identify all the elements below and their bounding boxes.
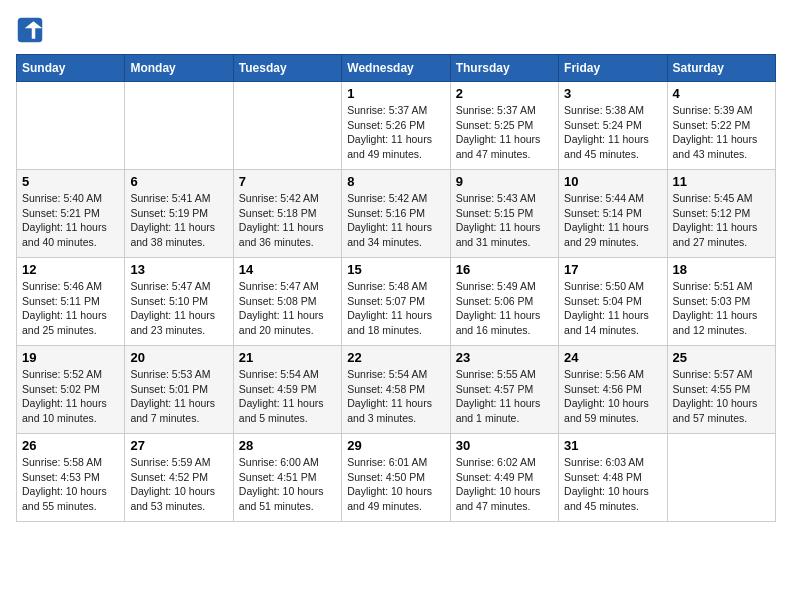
weekday-header: Monday <box>125 55 233 82</box>
calendar-cell: 25Sunrise: 5:57 AMSunset: 4:55 PMDayligh… <box>667 346 775 434</box>
cell-info: Sunrise: 6:01 AM <box>347 455 444 470</box>
cell-info: Sunset: 5:14 PM <box>564 206 661 221</box>
cell-info: Daylight: 10 hours and 57 minutes. <box>673 396 770 425</box>
calendar-row: 26Sunrise: 5:58 AMSunset: 4:53 PMDayligh… <box>17 434 776 522</box>
weekday-header: Wednesday <box>342 55 450 82</box>
cell-info: Daylight: 11 hours and 3 minutes. <box>347 396 444 425</box>
day-number: 1 <box>347 86 444 101</box>
cell-info: Daylight: 11 hours and 34 minutes. <box>347 220 444 249</box>
logo <box>16 16 48 44</box>
cell-info: Sunset: 4:51 PM <box>239 470 336 485</box>
weekday-header: Thursday <box>450 55 558 82</box>
cell-info: Daylight: 11 hours and 14 minutes. <box>564 308 661 337</box>
cell-info: Daylight: 11 hours and 49 minutes. <box>347 132 444 161</box>
cell-info: Sunset: 5:03 PM <box>673 294 770 309</box>
calendar-cell: 9Sunrise: 5:43 AMSunset: 5:15 PMDaylight… <box>450 170 558 258</box>
cell-info: Daylight: 11 hours and 36 minutes. <box>239 220 336 249</box>
day-number: 10 <box>564 174 661 189</box>
cell-info: Sunrise: 6:03 AM <box>564 455 661 470</box>
logo-icon <box>16 16 44 44</box>
cell-info: Sunrise: 5:47 AM <box>130 279 227 294</box>
day-number: 6 <box>130 174 227 189</box>
day-number: 27 <box>130 438 227 453</box>
calendar-cell: 15Sunrise: 5:48 AMSunset: 5:07 PMDayligh… <box>342 258 450 346</box>
cell-info: Daylight: 11 hours and 10 minutes. <box>22 396 119 425</box>
calendar-cell: 5Sunrise: 5:40 AMSunset: 5:21 PMDaylight… <box>17 170 125 258</box>
cell-info: Daylight: 10 hours and 45 minutes. <box>564 484 661 513</box>
day-number: 2 <box>456 86 553 101</box>
calendar-cell: 14Sunrise: 5:47 AMSunset: 5:08 PMDayligh… <box>233 258 341 346</box>
cell-info: Sunset: 5:26 PM <box>347 118 444 133</box>
cell-info: Sunrise: 5:37 AM <box>347 103 444 118</box>
day-number: 12 <box>22 262 119 277</box>
cell-info: Sunrise: 5:51 AM <box>673 279 770 294</box>
cell-info: Sunrise: 5:59 AM <box>130 455 227 470</box>
cell-info: Sunset: 5:19 PM <box>130 206 227 221</box>
day-number: 8 <box>347 174 444 189</box>
cell-info: Sunset: 5:04 PM <box>564 294 661 309</box>
cell-info: Sunrise: 5:42 AM <box>347 191 444 206</box>
cell-info: Daylight: 10 hours and 47 minutes. <box>456 484 553 513</box>
cell-info: Sunset: 5:11 PM <box>22 294 119 309</box>
cell-info: Sunrise: 6:02 AM <box>456 455 553 470</box>
calendar-cell: 16Sunrise: 5:49 AMSunset: 5:06 PMDayligh… <box>450 258 558 346</box>
cell-info: Daylight: 11 hours and 12 minutes. <box>673 308 770 337</box>
cell-info: Daylight: 11 hours and 43 minutes. <box>673 132 770 161</box>
cell-info: Sunset: 5:02 PM <box>22 382 119 397</box>
cell-info: Sunrise: 5:45 AM <box>673 191 770 206</box>
cell-info: Sunrise: 5:44 AM <box>564 191 661 206</box>
cell-info: Daylight: 11 hours and 27 minutes. <box>673 220 770 249</box>
day-number: 13 <box>130 262 227 277</box>
day-number: 30 <box>456 438 553 453</box>
cell-info: Daylight: 11 hours and 5 minutes. <box>239 396 336 425</box>
cell-info: Daylight: 10 hours and 59 minutes. <box>564 396 661 425</box>
calendar-cell: 12Sunrise: 5:46 AMSunset: 5:11 PMDayligh… <box>17 258 125 346</box>
cell-info: Sunset: 4:50 PM <box>347 470 444 485</box>
cell-info: Daylight: 11 hours and 7 minutes. <box>130 396 227 425</box>
cell-info: Sunrise: 5:53 AM <box>130 367 227 382</box>
calendar-table: SundayMondayTuesdayWednesdayThursdayFrid… <box>16 54 776 522</box>
cell-info: Sunrise: 5:55 AM <box>456 367 553 382</box>
cell-info: Sunset: 4:56 PM <box>564 382 661 397</box>
day-number: 23 <box>456 350 553 365</box>
svg-rect-0 <box>18 18 43 43</box>
cell-info: Sunrise: 5:57 AM <box>673 367 770 382</box>
calendar-cell: 30Sunrise: 6:02 AMSunset: 4:49 PMDayligh… <box>450 434 558 522</box>
cell-info: Sunset: 5:12 PM <box>673 206 770 221</box>
calendar-cell: 26Sunrise: 5:58 AMSunset: 4:53 PMDayligh… <box>17 434 125 522</box>
cell-info: Sunset: 5:06 PM <box>456 294 553 309</box>
cell-info: Sunset: 5:01 PM <box>130 382 227 397</box>
cell-info: Sunset: 5:08 PM <box>239 294 336 309</box>
cell-info: Sunrise: 5:48 AM <box>347 279 444 294</box>
cell-info: Sunrise: 5:56 AM <box>564 367 661 382</box>
calendar-cell: 29Sunrise: 6:01 AMSunset: 4:50 PMDayligh… <box>342 434 450 522</box>
cell-info: Sunset: 4:48 PM <box>564 470 661 485</box>
cell-info: Daylight: 11 hours and 18 minutes. <box>347 308 444 337</box>
calendar-cell <box>125 82 233 170</box>
calendar-cell: 31Sunrise: 6:03 AMSunset: 4:48 PMDayligh… <box>559 434 667 522</box>
day-number: 28 <box>239 438 336 453</box>
cell-info: Sunrise: 5:49 AM <box>456 279 553 294</box>
weekday-header: Sunday <box>17 55 125 82</box>
cell-info: Sunrise: 5:50 AM <box>564 279 661 294</box>
day-number: 22 <box>347 350 444 365</box>
cell-info: Sunrise: 5:58 AM <box>22 455 119 470</box>
cell-info: Sunrise: 5:37 AM <box>456 103 553 118</box>
day-number: 17 <box>564 262 661 277</box>
cell-info: Sunset: 4:59 PM <box>239 382 336 397</box>
calendar-cell: 11Sunrise: 5:45 AMSunset: 5:12 PMDayligh… <box>667 170 775 258</box>
cell-info: Daylight: 11 hours and 45 minutes. <box>564 132 661 161</box>
cell-info: Sunset: 5:10 PM <box>130 294 227 309</box>
calendar-row: 1Sunrise: 5:37 AMSunset: 5:26 PMDaylight… <box>17 82 776 170</box>
cell-info: Sunset: 4:53 PM <box>22 470 119 485</box>
day-number: 3 <box>564 86 661 101</box>
cell-info: Sunset: 5:16 PM <box>347 206 444 221</box>
cell-info: Sunrise: 5:47 AM <box>239 279 336 294</box>
day-number: 29 <box>347 438 444 453</box>
calendar-cell: 10Sunrise: 5:44 AMSunset: 5:14 PMDayligh… <box>559 170 667 258</box>
calendar-cell: 23Sunrise: 5:55 AMSunset: 4:57 PMDayligh… <box>450 346 558 434</box>
cell-info: Daylight: 11 hours and 38 minutes. <box>130 220 227 249</box>
day-number: 4 <box>673 86 770 101</box>
cell-info: Sunset: 4:58 PM <box>347 382 444 397</box>
calendar-row: 12Sunrise: 5:46 AMSunset: 5:11 PMDayligh… <box>17 258 776 346</box>
